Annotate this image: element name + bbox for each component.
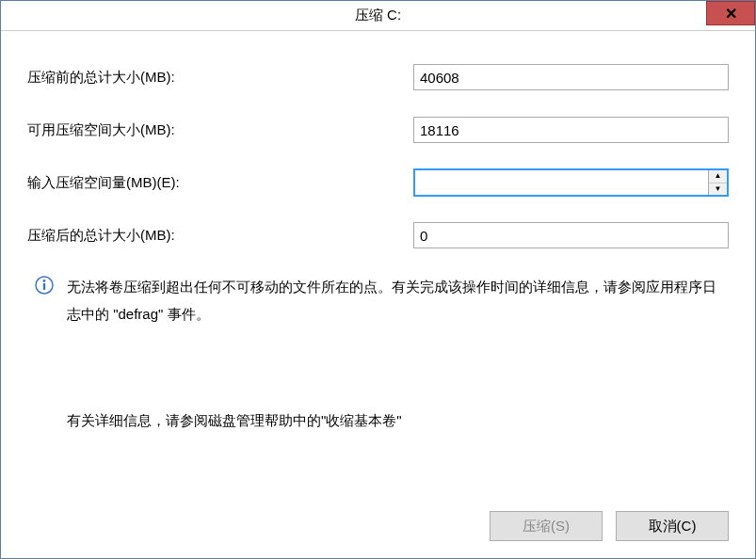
row-available: 可用压缩空间大小(MB): 18116: [27, 116, 729, 144]
chevron-up-icon: ▲: [715, 172, 722, 180]
button-row: 压缩(S) 取消(C): [490, 511, 729, 541]
svg-rect-2: [43, 283, 45, 290]
field-available: 18116: [413, 117, 729, 143]
info-text: 无法将卷压缩到超出任何不可移动的文件所在的点。有关完成该操作时间的详细信息，请参…: [67, 274, 729, 327]
window-title: 压缩 C:: [355, 7, 401, 24]
help-text: 有关详细信息，请参阅磁盘管理帮助中的"收缩基本卷": [67, 412, 729, 430]
titlebar: 压缩 C: ✕: [1, 1, 755, 31]
spinner-input-amount[interactable]: ▲ ▼: [413, 168, 729, 197]
label-input-amount: 输入压缩空间量(MB)(E):: [27, 174, 413, 192]
input-shrink-amount[interactable]: [415, 170, 708, 195]
row-input-amount: 输入压缩空间量(MB)(E): ▲ ▼: [27, 168, 729, 197]
label-total-after: 压缩后的总计大小(MB):: [27, 227, 413, 245]
label-available: 可用压缩空间大小(MB):: [27, 121, 413, 139]
chevron-down-icon: ▼: [715, 185, 722, 193]
spinner-up-button[interactable]: ▲: [709, 170, 727, 184]
shrink-button[interactable]: 压缩(S): [490, 511, 603, 541]
content-area: 压缩前的总计大小(MB): 40608 可用压缩空间大小(MB): 18116 …: [1, 31, 755, 449]
field-total-before: 40608: [413, 64, 729, 90]
close-icon: ✕: [725, 5, 737, 23]
close-button[interactable]: ✕: [706, 1, 755, 25]
cancel-button[interactable]: 取消(C): [616, 511, 729, 541]
row-total-after: 压缩后的总计大小(MB): 0: [27, 221, 729, 249]
info-icon: [35, 276, 54, 295]
label-total-before: 压缩前的总计大小(MB):: [27, 69, 413, 87]
field-total-after: 0: [413, 222, 729, 248]
svg-point-1: [43, 280, 46, 282]
spinner-buttons: ▲ ▼: [708, 170, 727, 195]
row-total-before: 压缩前的总计大小(MB): 40608: [27, 63, 729, 91]
shrink-volume-dialog: 压缩 C: ✕ 压缩前的总计大小(MB): 40608 可用压缩空间大小(MB)…: [0, 0, 756, 559]
spinner-down-button[interactable]: ▼: [709, 184, 727, 196]
info-row: 无法将卷压缩到超出任何不可移动的文件所在的点。有关完成该操作时间的详细信息，请参…: [27, 274, 729, 327]
